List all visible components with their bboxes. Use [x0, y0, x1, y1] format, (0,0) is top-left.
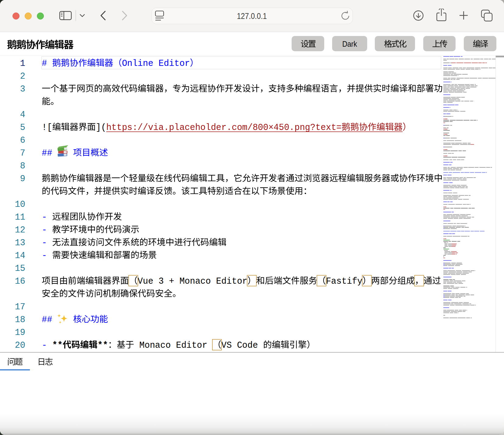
svg-text:VS Code: VS Code: [221, 340, 263, 351]
svg-text:3: 3: [20, 84, 25, 94]
svg-text:4: 4: [20, 110, 25, 120]
svg-text:17: 17: [15, 302, 25, 312]
svg-text:6: 6: [20, 135, 25, 146]
svg-text:https://via.placeholder.com/80: https://via.placeholder.com/800×450.png?…: [106, 123, 342, 133]
svg-text:-: -: [42, 238, 52, 248]
svg-text:-: -: [42, 340, 52, 351]
svg-text:9: 9: [20, 174, 25, 184]
svg-text:Fastify: Fastify: [326, 276, 362, 286]
svg-text:![: ![: [42, 123, 52, 133]
svg-text:16: 16: [15, 276, 25, 286]
svg-text:127.0.0.1: 127.0.0.1: [237, 11, 267, 21]
svg-text:-: -: [42, 225, 52, 235]
svg-text:Online Editor: Online Editor: [122, 59, 190, 69]
svg-text:7: 7: [20, 148, 25, 158]
svg-text:11: 11: [15, 212, 25, 222]
svg-text:](: ](: [96, 123, 106, 133]
svg-text:Vue 3 + Monaco Editor: Vue 3 + Monaco Editor: [138, 276, 247, 286]
svg-text:10: 10: [15, 200, 25, 210]
svg-text:13: 13: [15, 238, 25, 248]
svg-text:19: 19: [15, 328, 25, 338]
svg-text:8: 8: [20, 161, 25, 171]
svg-text:Dark: Dark: [342, 39, 357, 49]
svg-text:15: 15: [15, 264, 25, 274]
svg-text:18: 18: [15, 315, 25, 325]
svg-text:##: ##: [42, 315, 57, 325]
svg-text:1: 1: [20, 59, 25, 69]
svg-text:20: 20: [15, 340, 25, 351]
svg-text:14: 14: [15, 251, 25, 261]
svg-text:Monaco Editor: Monaco Editor: [134, 340, 212, 351]
svg-text:**: **: [98, 340, 108, 351]
svg-text:##: ##: [42, 148, 57, 158]
svg-text:2: 2: [20, 71, 25, 81]
svg-text:-: -: [42, 212, 52, 222]
svg-text:**: **: [52, 340, 62, 351]
svg-text:5: 5: [20, 123, 25, 133]
svg-text:12: 12: [15, 225, 25, 235]
svg-text:#: #: [42, 59, 52, 69]
svg-text:-: -: [42, 251, 52, 261]
